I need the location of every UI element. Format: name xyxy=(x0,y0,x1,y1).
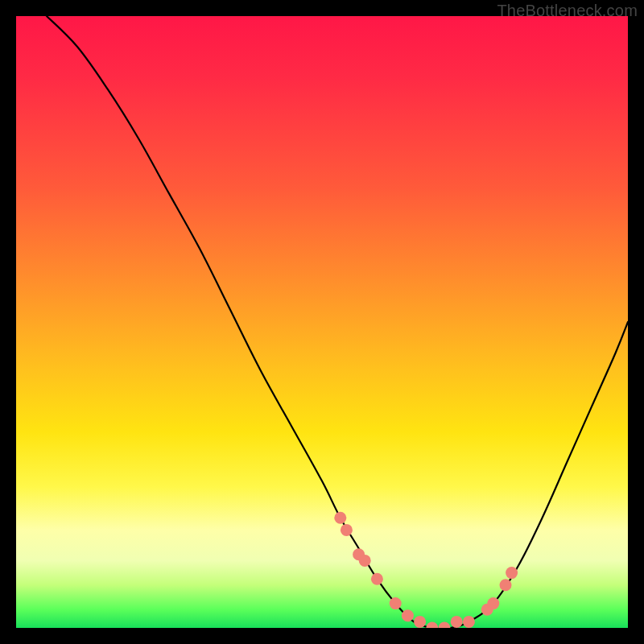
chart-frame xyxy=(16,16,628,628)
gradient-heat-background xyxy=(16,16,628,628)
attribution-label: TheBottleneck.com xyxy=(497,2,638,20)
